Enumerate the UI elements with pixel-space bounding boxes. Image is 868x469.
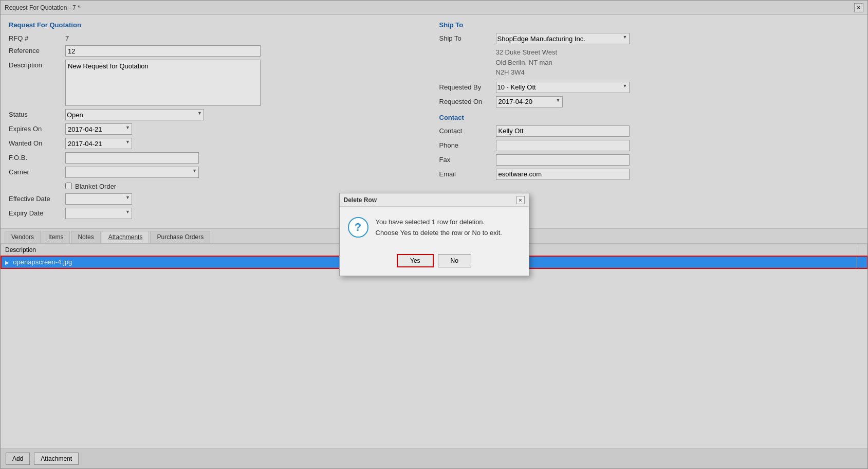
modal-title-bar: Delete Row × [340,193,529,207]
modal-message: You have selected 1 row for deletion. Ch… [376,217,502,239]
modal-title: Delete Row [344,196,377,204]
no-button[interactable]: No [438,254,471,267]
delete-row-modal: Delete Row × ? You have selected 1 row f… [339,193,529,276]
modal-close-button[interactable]: × [516,196,525,204]
yes-button[interactable]: Yes [397,254,434,267]
modal-footer: Yes No [340,249,529,276]
modal-message-line2: Choose Yes to delete the row or No to ex… [376,228,502,239]
modal-info-icon: ? [348,217,368,238]
modal-body: ? You have selected 1 row for deletion. … [340,207,529,249]
main-window: Request For Quotation - 7 * × Request Fo… [0,0,868,469]
modal-overlay: Delete Row × ? You have selected 1 row f… [0,0,868,469]
modal-message-line1: You have selected 1 row for deletion. [376,217,502,228]
